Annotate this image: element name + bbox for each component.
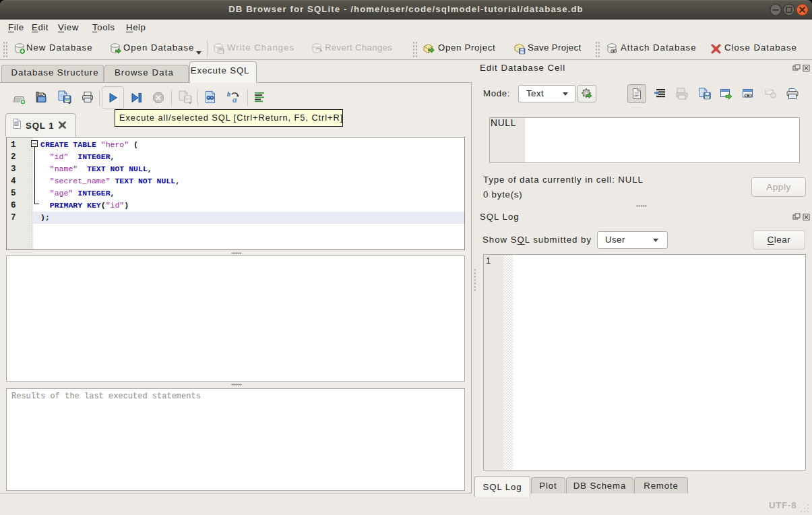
svg-text:b: b <box>227 90 230 98</box>
